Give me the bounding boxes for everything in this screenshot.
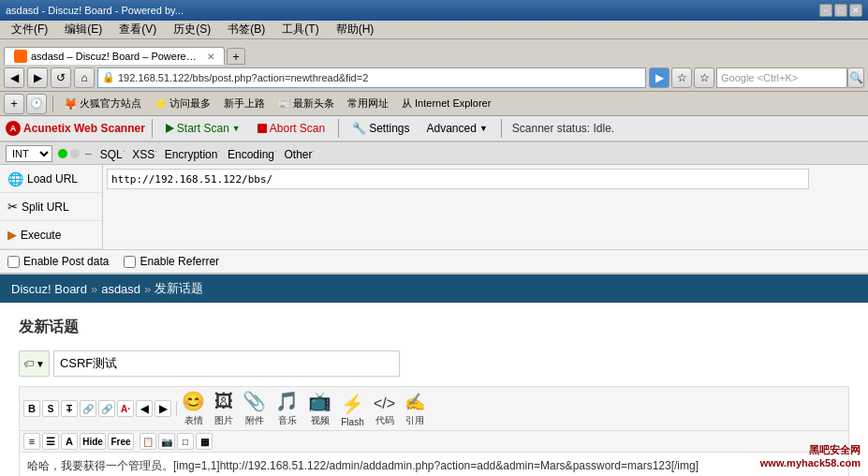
menu-history[interactable]: 历史(S) xyxy=(166,21,218,38)
go-button[interactable]: ▶ xyxy=(649,67,669,88)
scan-cat-encryption[interactable]: Encryption· xyxy=(162,145,223,162)
abort-scan-button[interactable]: Abort Scan xyxy=(251,119,331,138)
toolbar-add-button[interactable]: + xyxy=(4,94,24,114)
editor-toolbar-row1: B S T 🔗 🔗 A· ◀ ▶ 😊 表情 xyxy=(20,387,848,431)
emoji-label: 表情 xyxy=(184,414,203,427)
breadcrumb-category[interactable]: asdasd xyxy=(101,282,140,296)
search-bar[interactable]: Google <Ctrl+K> xyxy=(716,67,847,88)
new-tab-button[interactable]: + xyxy=(227,48,245,65)
code-button[interactable]: </> 代码 xyxy=(374,395,395,427)
attach-button[interactable]: 📎 附件 xyxy=(243,390,266,427)
link2-button[interactable]: 🔗 xyxy=(98,400,115,417)
bookmark-button[interactable]: ☆ xyxy=(694,67,714,88)
address-bar[interactable]: 🔒 192.168.51.122/bbs/post.php?action=new… xyxy=(97,67,646,88)
scan-cat-sql[interactable]: SQL· xyxy=(97,145,128,162)
menu-bookmarks[interactable]: 书签(B) xyxy=(220,21,272,38)
format-3[interactable]: □ xyxy=(177,433,194,450)
prefix-chevron: ▼ xyxy=(36,359,45,369)
enable-post-label: Enable Post data xyxy=(23,255,109,268)
emoji-button[interactable]: 😊 表情 xyxy=(182,390,205,427)
back-button[interactable]: ◀ xyxy=(4,67,24,88)
load-url-button[interactable]: 🌐 Load URL xyxy=(0,165,102,193)
bookmark-news[interactable]: 📰 最新头条 xyxy=(273,95,339,112)
redo-button[interactable]: ▶ xyxy=(154,400,171,417)
tab-0[interactable]: asdasd – Discuz! Board – Powered by... ✕ xyxy=(4,47,225,65)
bookmark-ie[interactable]: 从 Internet Explorer xyxy=(397,95,495,112)
subject-prefix-select[interactable]: 🏷 ▼ xyxy=(19,350,50,377)
scan-cat-xss[interactable]: XSS· xyxy=(129,145,160,162)
video-button[interactable]: 📺 视频 xyxy=(308,390,331,427)
nav-extra: ▶ ☆ ☆ Google <Ctrl+K> 🔍 xyxy=(649,67,864,88)
smiley-button[interactable]: S xyxy=(42,400,59,417)
menu-file[interactable]: 文件(F) xyxy=(4,21,55,38)
scan-cat-other[interactable]: Other· xyxy=(282,145,318,162)
bookmark-firefox-label: 火狐官方站点 xyxy=(80,97,141,111)
undo-button[interactable]: ◀ xyxy=(136,400,153,417)
breadcrumb-sep-1: » xyxy=(91,282,97,296)
link-button[interactable]: 🔗 xyxy=(80,400,96,417)
bookmark-common[interactable]: 常用网址 xyxy=(343,95,393,112)
subject-row: 🏷 ▼ xyxy=(19,350,849,377)
search-button[interactable]: 🔍 xyxy=(847,67,864,88)
star-button[interactable]: ☆ xyxy=(671,67,692,88)
execute-button[interactable]: ▶ Execute xyxy=(0,221,102,249)
menu-view[interactable]: 查看(V) xyxy=(111,21,164,38)
close-button[interactable]: ✕ xyxy=(849,4,862,17)
breadcrumb-current: 发新话题 xyxy=(154,280,203,297)
align-left-button[interactable]: ≡ xyxy=(23,433,40,450)
list-button[interactable]: ☰ xyxy=(42,433,59,450)
advanced-button[interactable]: Advanced ▼ xyxy=(420,119,494,138)
free-button[interactable]: Free xyxy=(108,433,134,450)
enable-referrer-checkbox[interactable]: Enable Referrer xyxy=(124,255,219,268)
bookmark-firefox[interactable]: 🦊 火狐官方站点 xyxy=(59,95,146,112)
watermark-line2: www.myhack58.com xyxy=(760,457,861,469)
font-button[interactable]: A xyxy=(61,433,78,450)
video-icon: 📺 xyxy=(308,390,331,412)
url-input-area xyxy=(103,165,868,249)
strikethrough-button[interactable]: T xyxy=(61,400,78,417)
maximize-button[interactable]: □ xyxy=(834,4,847,17)
format-4[interactable]: ▦ xyxy=(196,433,213,450)
type-select[interactable]: INT STR xyxy=(6,145,52,162)
scan-cat-encoding[interactable]: Encoding· xyxy=(225,145,280,162)
format-1[interactable]: 📋 xyxy=(140,433,156,450)
toolbar-clock-button[interactable]: 🕐 xyxy=(26,94,47,114)
bold-button[interactable]: B xyxy=(23,400,40,417)
url-input[interactable] xyxy=(107,169,809,189)
editor-content-area[interactable]: 哈哈，我要获得一个管理员。[img=1,1]http://192.168.51.… xyxy=(20,453,848,476)
format-2[interactable]: 📷 xyxy=(158,433,175,450)
forward-button[interactable]: ▶ xyxy=(27,67,48,88)
tab-close-icon[interactable]: ✕ xyxy=(207,52,214,62)
subject-input[interactable] xyxy=(53,350,400,377)
color-button[interactable]: A· xyxy=(117,400,134,417)
enable-post-checkbox[interactable]: Enable Post data xyxy=(7,255,109,268)
bookmark-newbie[interactable]: 新手上路 xyxy=(219,95,270,112)
quote-button[interactable]: ✍ 引用 xyxy=(405,392,425,427)
breadcrumb-home[interactable]: Discuz! Board xyxy=(11,282,87,296)
flash-button[interactable]: ⚡ Flash xyxy=(341,393,364,427)
abort-scan-label: Abort Scan xyxy=(270,122,325,135)
start-scan-button[interactable]: Start Scan ▼ xyxy=(159,119,247,138)
minimize-button[interactable]: − xyxy=(819,4,832,17)
tab-bar: asdasd – Discuz! Board – Powered by... ✕… xyxy=(0,39,868,64)
menu-edit[interactable]: 编辑(E) xyxy=(57,21,110,38)
hide-button[interactable]: Hide xyxy=(80,433,106,450)
menu-help[interactable]: 帮助(H) xyxy=(329,21,382,38)
settings-button[interactable]: 🔧 Settings xyxy=(346,119,416,138)
start-scan-chevron: ▼ xyxy=(232,124,241,133)
image-button[interactable]: 🖼 图片 xyxy=(214,391,233,427)
bookmark-newbie-label: 新手上路 xyxy=(224,97,265,111)
url-section: 🌐 Load URL ✂ Split URL ▶ Execute xyxy=(0,165,868,250)
enable-referrer-input[interactable] xyxy=(124,256,136,268)
reload-button[interactable]: ↺ xyxy=(51,67,71,88)
split-url-button[interactable]: ✂ Split URL xyxy=(0,193,102,221)
enable-post-input[interactable] xyxy=(7,256,20,268)
attach-icon: 📎 xyxy=(243,390,266,412)
editor-toolbar-row2: ≡ ☰ A Hide Free 📋 📷 □ ▦ xyxy=(20,431,848,453)
scan-indicators xyxy=(58,149,80,158)
menu-tools[interactable]: 工具(T) xyxy=(274,21,326,38)
bookmark-visits[interactable]: ⭐ 访问最多 xyxy=(150,95,215,112)
home-button[interactable]: ⌂ xyxy=(74,67,95,88)
music-button[interactable]: 🎵 音乐 xyxy=(275,390,299,427)
image-icon: 🖼 xyxy=(214,391,233,412)
